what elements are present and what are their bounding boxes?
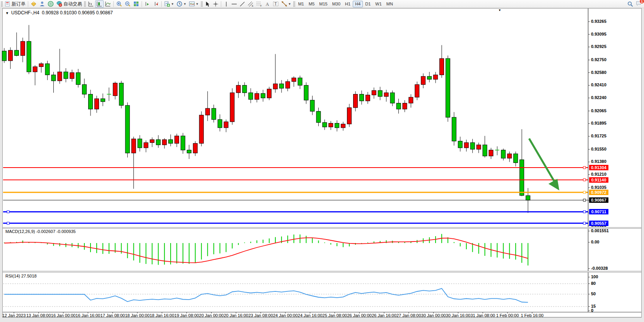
svg-text:T: T	[274, 2, 277, 6]
timeframe-button-m15[interactable]: M15	[317, 1, 330, 7]
candlestick-chart-icon	[96, 1, 102, 7]
ohlc-toggle-icon[interactable]: ▼	[5, 11, 9, 15]
timeframe-button-m1[interactable]: M1	[296, 1, 306, 7]
notifications-button[interactable]: 1	[635, 0, 642, 7]
time-axis-label: 16 Jan 16:00	[76, 313, 101, 318]
new-order-label: 新订单	[12, 1, 26, 7]
bar-chart-mode-button[interactable]	[87, 0, 95, 8]
price-axis-label: 0.91035	[591, 185, 606, 190]
auto-trading-label: 自动交易	[63, 1, 82, 7]
trendline-tool-button[interactable]	[238, 0, 246, 8]
auto-trading-button[interactable]: 自动交易	[55, 0, 83, 8]
text-label-tool-button[interactable]: T	[272, 0, 280, 8]
time-axis-label: 26 Jan 16:00	[372, 313, 396, 318]
new-chart-button[interactable]: ▼	[163, 0, 175, 8]
text-a-icon: A	[265, 1, 270, 7]
dropdown-arrow-icon: ▼	[288, 2, 291, 6]
toolbar-grip	[201, 1, 203, 7]
rsi-axis-label: 50	[591, 291, 596, 296]
timeframe-button-mn[interactable]: MN	[384, 1, 395, 7]
price-axis-label: 0.92580	[591, 70, 606, 75]
macd-axis-label: 0.001551	[591, 228, 609, 233]
timeframe-button-w1[interactable]: W1	[373, 1, 384, 7]
new-order-button[interactable]: 新订单	[3, 0, 27, 8]
channel-icon: E	[248, 1, 254, 7]
chart-info-line: ▼USDCHF-,H4 0.90928 0.91030 0.90695 0.90…	[5, 10, 113, 15]
tile-windows-button[interactable]	[132, 0, 140, 8]
auto-scroll-button[interactable]	[152, 0, 160, 8]
text-tool-button[interactable]: A	[263, 0, 272, 8]
time-axis-label: 26 Jan 00:00	[347, 313, 372, 318]
main-toolbar: 新订单 自动交易 ▼ ▼	[0, 0, 644, 8]
time-axis-label: 18 Jan 00:00	[125, 313, 150, 318]
timeframe-button-d1[interactable]: D1	[363, 1, 373, 7]
price-axis-label: 0.92925	[591, 44, 606, 49]
price-axis-label: 0.91380	[591, 159, 606, 164]
vertical-line-tool-button[interactable]	[222, 0, 230, 8]
fibonacci-icon: F	[256, 1, 262, 7]
timeframe-button-m30[interactable]: M30	[330, 1, 343, 7]
horizontal-line-tool-button[interactable]	[230, 0, 238, 8]
line-chart-icon	[105, 1, 111, 7]
crosshair-icon	[213, 1, 219, 7]
arrows-tool-button[interactable]: ▼	[280, 0, 292, 8]
data-window-icon	[39, 1, 45, 7]
candle-chart-mode-button[interactable]	[95, 0, 104, 8]
price-axis-label: 0.93265	[591, 19, 606, 24]
time-axis-label: 30 Jan 16:00	[446, 313, 471, 318]
fibonacci-tool-button[interactable]: F	[255, 0, 263, 8]
rsi-indicator-label: RSI(14) 27.5018	[5, 274, 37, 278]
notification-badge: 1	[639, 0, 644, 4]
signal-sonar-icon	[48, 1, 54, 7]
time-axis-label: 20 Jan 00:00	[199, 313, 224, 318]
period-button[interactable]: ▼	[175, 0, 188, 8]
timeframe-button-h4[interactable]: H4	[353, 1, 363, 7]
dropdown-arrow-icon: ▼	[171, 2, 174, 6]
toolbar-separator	[161, 1, 162, 7]
svg-text:F: F	[260, 5, 262, 7]
arrows-icon	[281, 1, 287, 7]
time-axis-label: 24 Jan 00:00	[273, 313, 298, 318]
price-axis-label: 0.91550	[591, 147, 606, 151]
zoom-out-icon	[125, 1, 131, 7]
search-icon[interactable]	[627, 1, 633, 7]
macd-indicator-label: MACD(12,26,9) -0.002607 -0.000935	[5, 229, 76, 234]
chart-window	[2, 8, 642, 317]
timeframe-toolbar: M1M5M15M30H1H4D1W1MN	[296, 1, 395, 7]
market-watch-button[interactable]	[29, 0, 38, 8]
tile-windows-icon	[133, 1, 139, 7]
timeframe-button-m5[interactable]: M5	[306, 1, 317, 7]
time-axis-label: 13 Jan 08:00	[26, 313, 51, 318]
price-line-badge: 0.90972	[589, 190, 608, 195]
trendline-icon	[239, 1, 245, 7]
data-window-button[interactable]	[38, 0, 46, 8]
price-axis-label: 0.92410	[591, 82, 606, 87]
svg-text:E: E	[252, 5, 253, 7]
price-axis-label: 0.91725	[591, 134, 606, 138]
time-axis-label: 31 Jan 08:00	[470, 313, 495, 318]
crosshair-tool-button[interactable]	[212, 0, 220, 8]
price-axis-label: 0.91210	[591, 172, 606, 176]
time-axis-label: 12 Jan 2023	[2, 313, 26, 318]
price-line-badge: 0.91304	[589, 165, 608, 170]
chart-shift-button[interactable]	[143, 0, 152, 8]
bar-chart-icon	[88, 1, 94, 7]
one-click-trading-toggle-icon[interactable]: ▼	[498, 9, 501, 12]
equidistant-channel-tool-button[interactable]: E	[246, 0, 255, 8]
zoom-in-button[interactable]	[115, 0, 123, 8]
signals-button[interactable]	[46, 0, 55, 8]
template-icon	[189, 1, 195, 7]
price-axis-label: 0.92750	[591, 57, 606, 62]
zoom-out-button[interactable]	[123, 0, 132, 8]
rsi-axis-label: 0	[591, 308, 593, 313]
line-chart-mode-button[interactable]	[104, 0, 112, 8]
zoom-in-icon	[116, 1, 122, 7]
vertical-line-icon	[224, 1, 229, 7]
toolbar-separator	[221, 1, 221, 7]
toolbar-grip	[293, 1, 295, 7]
new-order-icon	[5, 1, 10, 7]
cursor-tool-button[interactable]	[203, 0, 212, 8]
timeframe-button-h1[interactable]: H1	[343, 1, 353, 7]
template-button[interactable]: ▼	[188, 0, 200, 8]
toolbar-separator	[28, 1, 28, 7]
